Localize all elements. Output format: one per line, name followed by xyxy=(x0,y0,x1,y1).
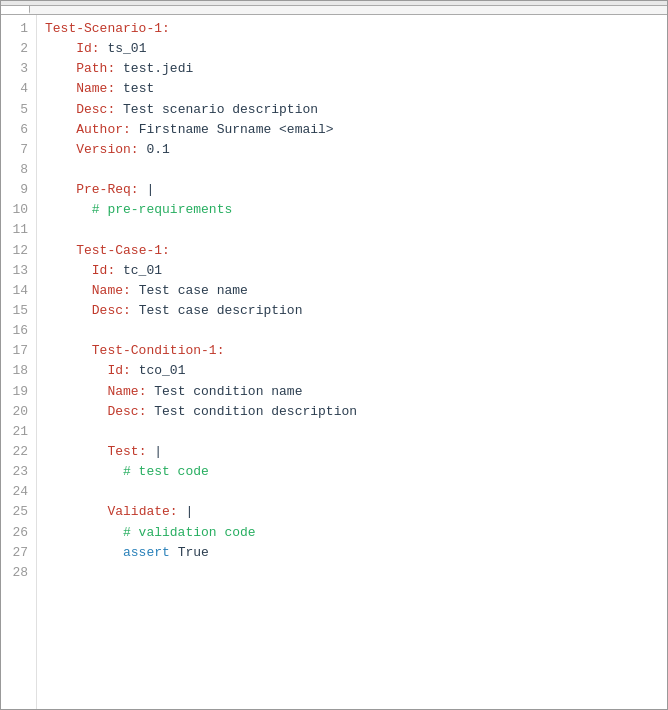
token-comment: # test code xyxy=(123,464,209,479)
line-number: 9 xyxy=(7,180,28,200)
line-number: 23 xyxy=(7,462,28,482)
token-key: Id: xyxy=(92,263,115,278)
token-indent1 xyxy=(45,243,76,258)
token-key: Validate: xyxy=(107,504,177,519)
line-number: 28 xyxy=(7,563,28,583)
token-key: Desc: xyxy=(92,303,131,318)
token-value: tc_01 xyxy=(115,263,162,278)
code-area[interactable]: Test-Scenario-1: Id: ts_01 Path: test.je… xyxy=(37,15,667,709)
line-number: 15 xyxy=(7,301,28,321)
line-number: 4 xyxy=(7,79,28,99)
code-line: assert True xyxy=(45,543,659,563)
token-key: Test-Case-1: xyxy=(76,243,170,258)
line-number: 19 xyxy=(7,382,28,402)
line-number: 21 xyxy=(7,422,28,442)
token-key: Pre-Req: xyxy=(76,182,138,197)
token-indent2 xyxy=(45,343,92,358)
code-line: Version: 0.1 xyxy=(45,140,659,160)
token-indent1 xyxy=(45,81,76,96)
token-value: True xyxy=(170,545,209,560)
code-line: Name: test xyxy=(45,79,659,99)
token-value: Test case description xyxy=(131,303,303,318)
token-value: | xyxy=(178,504,194,519)
code-line: Test-Case-1: xyxy=(45,241,659,261)
code-line: Desc: Test condition description xyxy=(45,402,659,422)
token-indent2 xyxy=(45,202,92,217)
token-key: Author: xyxy=(76,122,131,137)
token-key: Path: xyxy=(76,61,115,76)
editor-container: 1234567891011121314151617181920212223242… xyxy=(0,0,668,710)
token-indent4 xyxy=(45,464,123,479)
token-value: Test scenario description xyxy=(115,102,318,117)
line-number: 27 xyxy=(7,543,28,563)
editor-tab-bar xyxy=(1,6,667,15)
code-line: Pre-Req: | xyxy=(45,180,659,200)
line-number: 1 xyxy=(7,19,28,39)
line-number: 11 xyxy=(7,220,28,240)
token-key: Name: xyxy=(107,384,146,399)
code-line: Validate: | xyxy=(45,502,659,522)
code-line: Name: Test case name xyxy=(45,281,659,301)
line-number: 12 xyxy=(7,241,28,261)
token-indent3 xyxy=(45,444,107,459)
token-indent1 xyxy=(45,122,76,137)
line-number: 17 xyxy=(7,341,28,361)
code-line: Id: ts_01 xyxy=(45,39,659,59)
line-number: 22 xyxy=(7,442,28,462)
token-key: Test-Scenario-1: xyxy=(45,21,170,36)
token-key: Id: xyxy=(76,41,99,56)
code-line: Test-Scenario-1: xyxy=(45,19,659,39)
line-number: 26 xyxy=(7,523,28,543)
line-number: 2 xyxy=(7,39,28,59)
token-indent1 xyxy=(45,102,76,117)
code-line: Author: Firstname Surname <email> xyxy=(45,120,659,140)
token-key: Name: xyxy=(76,81,115,96)
code-line: # test code xyxy=(45,462,659,482)
line-number: 13 xyxy=(7,261,28,281)
token-key: Desc: xyxy=(76,102,115,117)
code-line: Path: test.jedi xyxy=(45,59,659,79)
code-line xyxy=(45,321,659,341)
line-number: 18 xyxy=(7,361,28,381)
token-kw-assert: assert xyxy=(123,545,170,560)
token-value: Test condition description xyxy=(146,404,357,419)
token-key: Name: xyxy=(92,283,131,298)
token-value: | xyxy=(146,444,162,459)
token-value: Test condition name xyxy=(146,384,302,399)
token-value: 0.1 xyxy=(139,142,170,157)
token-value: | xyxy=(139,182,155,197)
token-value: ts_01 xyxy=(100,41,147,56)
code-line: Id: tc_01 xyxy=(45,261,659,281)
token-value: Test case name xyxy=(131,283,248,298)
line-number: 8 xyxy=(7,160,28,180)
token-value: test.jedi xyxy=(115,61,193,76)
code-line: Desc: Test scenario description xyxy=(45,100,659,120)
code-line: # validation code xyxy=(45,523,659,543)
code-line xyxy=(45,160,659,180)
line-number: 14 xyxy=(7,281,28,301)
line-number: 5 xyxy=(7,100,28,120)
token-value: Firstname Surname <email> xyxy=(131,122,334,137)
token-indent4 xyxy=(45,545,123,560)
token-indent3 xyxy=(45,363,107,378)
code-line xyxy=(45,220,659,240)
token-key: Version: xyxy=(76,142,138,157)
token-indent2 xyxy=(45,283,92,298)
line-number: 25 xyxy=(7,502,28,522)
code-line xyxy=(45,563,659,583)
token-indent1 xyxy=(45,142,76,157)
token-value: test xyxy=(115,81,154,96)
token-key: Test-Condition-1: xyxy=(92,343,225,358)
token-indent3 xyxy=(45,384,107,399)
code-line: Test: | xyxy=(45,442,659,462)
token-value: tco_01 xyxy=(131,363,186,378)
editor-body: 1234567891011121314151617181920212223242… xyxy=(1,15,667,709)
token-key: Desc: xyxy=(107,404,146,419)
token-indent3 xyxy=(45,404,107,419)
token-indent1 xyxy=(45,41,76,56)
code-line: Test-Condition-1: xyxy=(45,341,659,361)
editor-tab[interactable] xyxy=(1,6,30,14)
line-number: 16 xyxy=(7,321,28,341)
code-line xyxy=(45,422,659,442)
code-line: Name: Test condition name xyxy=(45,382,659,402)
